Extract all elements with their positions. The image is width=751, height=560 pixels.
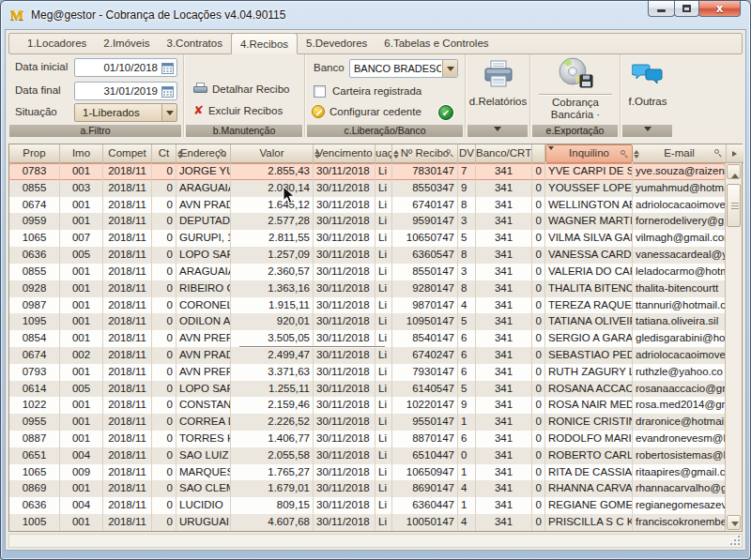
scrollbar-thumb[interactable]	[727, 184, 741, 227]
cell-imo[interactable]: 001	[60, 197, 103, 214]
cell-prop[interactable]: 0855	[9, 180, 60, 197]
col-header-prop[interactable]: Prop	[9, 144, 60, 163]
cell-endereco[interactable]: ODILON A	[176, 313, 231, 330]
cell-situacao[interactable]: Li	[376, 464, 392, 481]
cell-crt[interactable]: 0	[532, 230, 545, 247]
cell-inquilino[interactable]: RONICE CRISTINA	[545, 414, 633, 431]
cell-recibo[interactable]: 6140547	[392, 381, 458, 398]
cell-ct[interactable]: 0	[152, 464, 176, 481]
cell-dv[interactable]: 4	[458, 480, 476, 497]
cell-dv[interactable]: 1	[458, 497, 476, 514]
cell-compet[interactable]: 2018/11	[103, 447, 152, 464]
cell-dv[interactable]: 4	[458, 514, 476, 531]
cell-endereco[interactable]: RIBEIRO C	[176, 280, 231, 297]
cell-prop[interactable]: 1065	[9, 230, 60, 247]
search-icon[interactable]	[621, 150, 629, 159]
cell-crt[interactable]: 0	[532, 431, 545, 447]
cell-prop[interactable]: 0636	[9, 497, 60, 514]
table-row[interactable]: 08870012018/110TORRES H1.406,7730/11/201…	[9, 431, 725, 447]
cell-prop[interactable]: 0887	[9, 431, 60, 447]
col-header-email[interactable]: E-mail	[633, 144, 727, 163]
cell-valor[interactable]: 2.360,57	[231, 264, 314, 280]
table-row[interactable]: 10220012018/110CONSTANT2.159,4630/11/201…	[9, 397, 725, 414]
cell-recibo[interactable]: 6360547	[392, 247, 458, 264]
cell-situacao[interactable]: Li	[376, 497, 392, 514]
cell-compet[interactable]: 2018/11	[103, 230, 152, 247]
cell-banco_crt[interactable]: 341	[476, 431, 532, 447]
cell-banco_crt[interactable]: 341	[476, 397, 532, 414]
cell-prop[interactable]: 0869	[9, 480, 60, 497]
cell-compet[interactable]: 2018/11	[103, 280, 152, 297]
cell-email[interactable]: adriolocacaoimove	[633, 347, 725, 364]
cell-inquilino[interactable]: VILMA SILVA GAM	[545, 230, 633, 247]
cell-prop[interactable]: 0987	[9, 297, 60, 314]
cell-recibo[interactable]: 8550347	[392, 180, 458, 197]
cell-imo[interactable]: 002	[60, 347, 103, 364]
cell-email[interactable]: gledisgarabini@hot	[633, 330, 725, 347]
cell-inquilino[interactable]: ROSA NAIR MEDEI	[545, 397, 633, 414]
cell-dv[interactable]: 6	[458, 431, 476, 447]
cell-crt[interactable]: 0	[532, 180, 545, 197]
cell-imo[interactable]: 007	[60, 230, 103, 247]
cell-valor[interactable]: 1.406,77	[231, 431, 314, 447]
table-row[interactable]: 08550032018/110ARAGUAIA2.030,1430/11/201…	[9, 180, 725, 197]
cell-ct[interactable]: 0	[152, 381, 176, 398]
cell-dv[interactable]: 8	[458, 247, 476, 264]
cell-imo[interactable]: 004	[60, 497, 103, 514]
cell-email[interactable]: franciscokronembe	[633, 514, 725, 531]
cell-valor[interactable]: 1.679,01	[231, 480, 314, 497]
cell-crt[interactable]: 0	[532, 163, 545, 180]
cell-banco_crt[interactable]: 341	[476, 364, 532, 381]
cell-ct[interactable]: 0	[152, 280, 176, 297]
cell-situacao[interactable]: Li	[376, 447, 392, 464]
cell-email[interactable]: robertosistemas@h	[633, 447, 725, 464]
cell-imo[interactable]: 001	[60, 213, 103, 230]
cell-valor[interactable]: 2.499,47	[231, 347, 314, 364]
cell-compet[interactable]: 2018/11	[103, 297, 152, 314]
cell-inquilino[interactable]: ROBERTO CARLOS	[545, 447, 633, 464]
cell-banco_crt[interactable]: 341	[476, 330, 532, 347]
cell-situacao[interactable]: Li	[376, 397, 392, 414]
col-header-dv[interactable]: DV	[458, 144, 476, 163]
cell-dv[interactable]: 4	[458, 297, 476, 314]
cell-banco_crt[interactable]: 341	[476, 464, 532, 481]
cobranca-bancaria-button[interactable]: Cobrança Bancária ·	[531, 54, 620, 124]
cell-prop[interactable]: 0783	[9, 163, 60, 180]
cell-crt[interactable]: 0	[532, 247, 545, 264]
cell-email[interactable]: rhannacarvalho@g	[633, 480, 725, 497]
cell-valor[interactable]: 809,15	[231, 497, 314, 514]
cell-compet[interactable]: 2018/11	[103, 431, 152, 447]
cell-email[interactable]: rosanaaccacio@gm	[633, 381, 725, 398]
title-bar[interactable]: M Meg@gestor - Cobrança de Locações v4.0…	[1, 1, 750, 29]
cell-dv[interactable]: 9	[458, 397, 476, 414]
cell-vencimento[interactable]: 30/11/2018	[314, 313, 376, 330]
relatorios-button[interactable]: d.Relatórios	[467, 54, 529, 124]
detalhar-recibo-button[interactable]: Detalhar Recibo	[193, 83, 289, 95]
cell-inquilino[interactable]: SEBASTIAO PEDRO	[545, 347, 633, 364]
cell-valor[interactable]: 1.255,11	[231, 381, 314, 398]
cell-recibo[interactable]: 6510447	[392, 447, 458, 464]
cell-inquilino[interactable]: TATIANA OLIVEIR	[545, 313, 633, 330]
vertical-scrollbar[interactable]	[725, 163, 742, 531]
cell-endereco[interactable]: GURUPI, 1	[176, 230, 231, 247]
cell-recibo[interactable]: 6740247	[392, 347, 458, 364]
cell-inquilino[interactable]: ROSANA ACCACIO	[545, 381, 633, 398]
cell-situacao[interactable]: Li	[376, 347, 392, 364]
cell-imo[interactable]: 001	[60, 280, 103, 297]
cell-vencimento[interactable]: 30/11/2018	[314, 480, 376, 497]
cell-inquilino[interactable]: RODOLFO MARINH	[545, 431, 633, 447]
cell-dv[interactable]: 5	[458, 381, 476, 398]
cell-vencimento[interactable]: 30/11/2018	[314, 497, 376, 514]
cell-valor[interactable]: 3.505,05	[231, 330, 314, 347]
cell-dv[interactable]: 6	[458, 364, 476, 381]
col-header-vencimento[interactable]: Vencimento	[314, 144, 376, 163]
cell-vencimento[interactable]: 30/11/2018	[314, 364, 376, 381]
chevron-down-icon[interactable]	[161, 104, 176, 121]
cell-valor[interactable]: 1.915,11	[231, 297, 314, 314]
cell-vencimento[interactable]: 30/11/2018	[314, 464, 376, 481]
cell-compet[interactable]: 2018/11	[103, 480, 152, 497]
close-button[interactable]: x	[698, 1, 741, 17]
cell-vencimento[interactable]: 30/11/2018	[314, 330, 376, 347]
cell-email[interactable]: tatiana.oliveira.sil	[633, 313, 725, 330]
cell-endereco[interactable]: AVN PRAD	[176, 347, 231, 364]
